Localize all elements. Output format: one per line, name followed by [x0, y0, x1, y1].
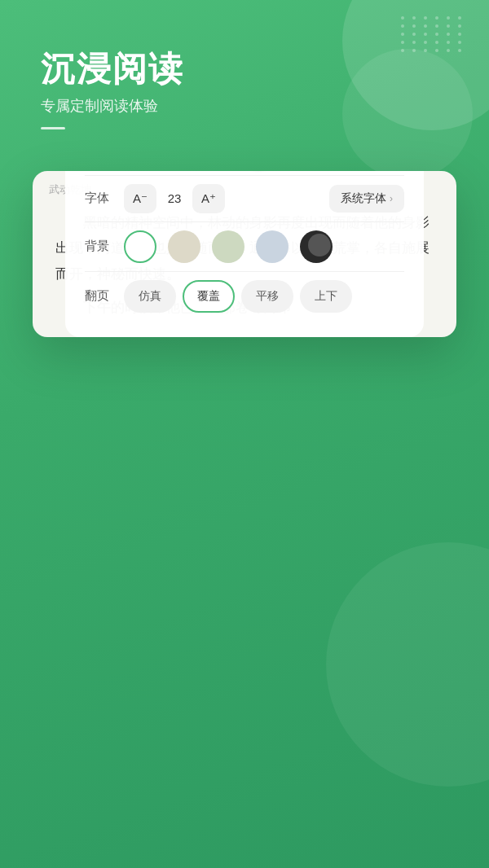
bg-light-blue-option[interactable] [256, 230, 289, 263]
pageturn-slide-button[interactable]: 平移 [241, 280, 293, 313]
page-title: 沉浸阅读 [41, 49, 489, 90]
reading-settings-panel: 亮度 护眼模式 [65, 171, 424, 337]
bg-decor-circle-3 [326, 542, 489, 787]
pageturn-cover-button[interactable]: 覆盖 [183, 280, 235, 313]
font-family-button[interactable]: 系统字体 › [329, 185, 404, 213]
page-subtitle: 专属定制阅读体验 [41, 96, 489, 116]
bg-label: 背景 [85, 239, 114, 254]
font-size-display: 23 [165, 191, 184, 205]
crescent-icon [308, 234, 331, 256]
reader-card: 武动乾坤 黑暗的精神空间中，林动的身影再度出现而随着他的身影出现，两道光影也是紧… [33, 171, 456, 337]
bg-beige-option[interactable] [168, 230, 200, 263]
bg-light-green-option[interactable] [212, 230, 244, 263]
bg-white-option[interactable] [124, 230, 156, 263]
pageturn-label: 翻页 [85, 288, 114, 304]
pageturn-simulation-button[interactable]: 仿真 [124, 280, 176, 313]
font-row: 字体 A⁻ 23 A⁺ 系统字体 › [85, 176, 404, 222]
header-line-decoration [41, 127, 65, 129]
bg-dark-option[interactable] [300, 230, 333, 263]
background-row: 背景 [85, 222, 404, 272]
chevron-right-icon: › [390, 193, 393, 204]
font-family-label: 系统字体 [341, 191, 386, 206]
bg-color-options [124, 230, 333, 263]
font-increase-button[interactable]: A⁺ [192, 184, 225, 213]
pageturn-vertical-button[interactable]: 上下 [300, 280, 352, 313]
header: 沉浸阅读 专属定制阅读体验 [0, 0, 489, 129]
pageturn-options: 仿真 覆盖 平移 上下 [124, 280, 352, 313]
font-controls: A⁻ 23 A⁺ [124, 184, 225, 213]
font-label: 字体 [85, 191, 114, 206]
pageturn-row: 翻页 仿真 覆盖 平移 上下 [85, 272, 404, 321]
font-decrease-button[interactable]: A⁻ [124, 184, 156, 213]
